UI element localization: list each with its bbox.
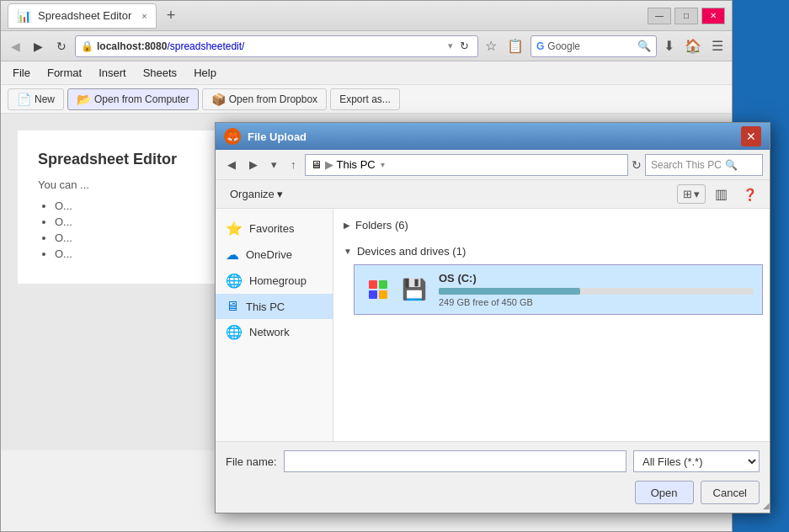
search-engine-icon: G xyxy=(536,40,544,52)
dialog-nav-bar: ◀ ▶ ▾ ↑ 🖥 ▶ This PC ▾ ↻ Search This PC 🔍 xyxy=(216,150,770,180)
search-icon: 🔍 xyxy=(637,40,651,52)
open-dropbox-button[interactable]: 📦 Open from Dropbox xyxy=(202,88,327,110)
drives-group: ▼ Devices and drives (1) 💾 xyxy=(340,242,763,315)
open-computer-button[interactable]: 📂 Open from Computer xyxy=(67,88,199,110)
open-computer-label: Open from Computer xyxy=(94,93,189,105)
breadcrumb-bar[interactable]: 🖥 ▶ This PC ▾ xyxy=(305,154,629,176)
organize-label: Organize xyxy=(230,188,275,200)
view-dropdown-icon: ▾ xyxy=(694,188,700,200)
new-button[interactable]: 📄 New xyxy=(8,88,64,110)
menu-item-format[interactable]: Format xyxy=(39,63,90,82)
folders-group: ▶ Folders (6) xyxy=(340,215,763,235)
menu-item-file[interactable]: File xyxy=(4,63,39,82)
drive-free-c: 249 GB free of 450 GB xyxy=(439,297,754,307)
home-button[interactable]: 🏠 xyxy=(681,36,705,56)
new-label: New xyxy=(35,93,55,105)
maximize-button[interactable]: □ xyxy=(674,8,698,24)
dialog-back-button[interactable]: ◀ xyxy=(222,155,241,174)
search-bar[interactable]: G Google 🔍 xyxy=(530,35,657,57)
dialog-cancel-button[interactable]: Cancel xyxy=(701,481,760,504)
back-button[interactable]: ◀ xyxy=(6,36,25,56)
drives-label: Devices and drives (1) xyxy=(357,245,466,258)
export-button[interactable]: Export as... xyxy=(330,88,400,110)
sidebar-label-network: Network xyxy=(249,326,323,338)
firefox-icon: 🦊 xyxy=(224,128,241,145)
bookmark-star-button[interactable]: ☆ xyxy=(482,36,500,56)
file-type-select[interactable]: All Files (*.*) Excel Files (*.xlsx) CSV… xyxy=(633,450,760,472)
dialog-bottom: File name: All Files (*.*) Excel Files (… xyxy=(216,441,770,481)
dialog-title-bar: 🦊 File Upload ✕ xyxy=(216,123,770,150)
sidebar-item-network[interactable]: 🌐 Network xyxy=(216,319,333,345)
dialog-body: ⭐ Favorites ☁ OneDrive 🌐 Homegroup 🖥 Thi… xyxy=(216,209,770,441)
drive-bar-c xyxy=(439,288,754,295)
breadcrumb-dropdown-icon: ▾ xyxy=(381,160,385,169)
nav-bar: ◀ ▶ ↻ 🔒 localhost:8080/spreadsheetedit/ … xyxy=(1,31,732,61)
dialog-action-buttons: Open Cancel xyxy=(216,481,770,513)
drives-collapse-icon: ▼ xyxy=(344,247,352,256)
window-controls: — □ ✕ xyxy=(648,8,725,24)
new-icon: 📄 xyxy=(17,93,31,106)
file-upload-dialog: 🦊 File Upload ✕ ◀ ▶ ▾ ↑ 🖥 ▶ This PC ▾ ↻ … xyxy=(215,122,770,513)
lock-icon: 🔒 xyxy=(81,40,93,52)
toolbar: 📄 New 📂 Open from Computer 📦 Open from D… xyxy=(1,85,732,114)
menu-item-sheets[interactable]: Sheets xyxy=(135,63,185,82)
sidebar-item-onedrive[interactable]: ☁ OneDrive xyxy=(216,242,333,268)
menu-item-help[interactable]: Help xyxy=(185,63,225,82)
dialog-search-placeholder: Search This PC xyxy=(651,159,722,171)
minimize-button[interactable]: — xyxy=(648,8,671,24)
drive-bar-fill-c xyxy=(439,288,580,295)
menu-item-insert[interactable]: Insert xyxy=(90,63,135,82)
organize-dropdown-icon: ▾ xyxy=(277,188,283,200)
dialog-dropdown-button[interactable]: ▾ xyxy=(266,155,282,174)
close-button[interactable]: ✕ xyxy=(701,8,725,24)
preview-pane-button[interactable]: ▥ xyxy=(709,183,733,205)
dialog-close-button[interactable]: ✕ xyxy=(741,126,761,146)
download-button[interactable]: ⬇ xyxy=(660,36,678,56)
dialog-refresh-button[interactable]: ↻ xyxy=(632,158,642,172)
dialog-search-bar[interactable]: Search This PC 🔍 xyxy=(645,154,763,176)
dialog-main: ▶ Folders (6) ▼ Devices and drives (1) xyxy=(333,209,770,441)
dialog-up-button[interactable]: ↑ xyxy=(285,155,301,174)
dialog-forward-button[interactable]: ▶ xyxy=(244,155,263,174)
drive-name-c: OS (C:) xyxy=(439,272,754,285)
tab-title: Spreadsheet Editor xyxy=(38,9,131,22)
view-button[interactable]: ⊞ ▾ xyxy=(677,184,706,204)
folders-collapse-icon: ▶ xyxy=(344,221,350,230)
forward-button[interactable]: ▶ xyxy=(29,36,48,56)
organize-button[interactable]: Organize ▾ xyxy=(222,184,291,204)
address-bar[interactable]: 🔒 localhost:8080/spreadsheetedit/ ▾ ↻ xyxy=(75,35,478,57)
folders-header[interactable]: ▶ Folders (6) xyxy=(340,215,763,235)
file-name-label: File name: xyxy=(226,455,277,468)
thispc-icon: 🖥 xyxy=(226,299,239,314)
search-placeholder: Google xyxy=(547,40,634,52)
dialog-sidebar: ⭐ Favorites ☁ OneDrive 🌐 Homegroup 🖥 Thi… xyxy=(216,209,333,441)
file-name-input[interactable] xyxy=(284,450,626,472)
open-computer-icon: 📂 xyxy=(77,93,91,106)
onedrive-icon: ☁ xyxy=(226,247,239,263)
sidebar-label-homegroup: Homegroup xyxy=(249,274,323,287)
dialog-help-button[interactable]: ❓ xyxy=(737,184,763,205)
dialog-open-button[interactable]: Open xyxy=(635,481,694,504)
folders-label: Folders (6) xyxy=(355,219,408,231)
menu-button[interactable]: ☰ xyxy=(708,36,727,56)
resize-handle[interactable]: ◢ xyxy=(756,499,770,513)
open-dropbox-label: Open from Dropbox xyxy=(229,93,317,105)
browser-tab[interactable]: 📊 Spreadsheet Editor × xyxy=(8,3,157,29)
sidebar-item-homegroup[interactable]: 🌐 Homegroup xyxy=(216,268,333,294)
reader-view-button[interactable]: 📋 xyxy=(504,36,527,56)
sidebar-item-favorites[interactable]: ⭐ Favorites xyxy=(216,215,333,242)
dropbox-icon: 📦 xyxy=(211,93,226,106)
address-refresh-button[interactable]: ↻ xyxy=(456,38,472,54)
sidebar-item-thispc[interactable]: 🖥 This PC xyxy=(216,294,333,319)
new-tab-button[interactable]: + xyxy=(162,5,181,26)
drives-header[interactable]: ▼ Devices and drives (1) xyxy=(340,242,763,261)
sidebar-label-onedrive: OneDrive xyxy=(246,248,323,261)
title-bar: 📊 Spreadsheet Editor × + — □ ✕ xyxy=(1,1,732,31)
drive-item-c[interactable]: 💾 OS (C:) 249 GB free of 450 GB xyxy=(354,264,763,315)
tab-close-button[interactable]: × xyxy=(141,11,147,21)
drive-icon-c xyxy=(363,277,393,302)
sidebar-label-favorites: Favorites xyxy=(249,222,323,235)
menu-bar: File Format Insert Sheets Help xyxy=(1,61,732,85)
address-text: localhost:8080/spreadsheetedit/ xyxy=(97,40,445,52)
refresh-button[interactable]: ↻ xyxy=(51,36,72,56)
